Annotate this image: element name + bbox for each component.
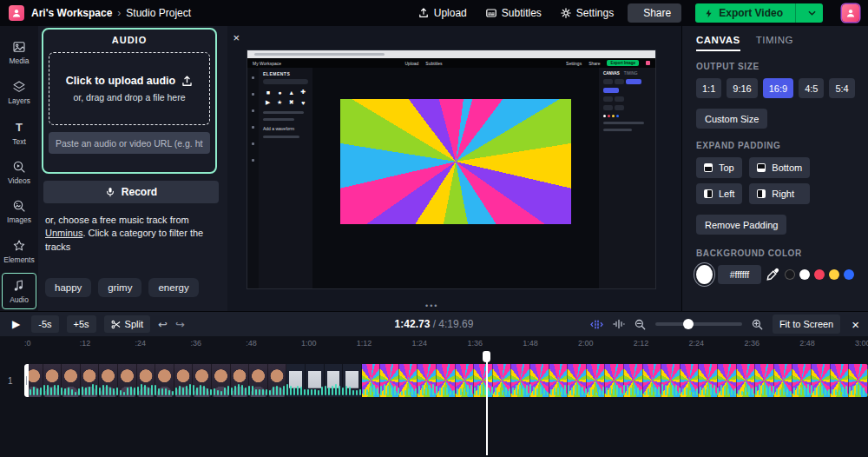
waveform-bar: [349, 387, 351, 395]
padding-left-button[interactable]: Left: [696, 183, 742, 204]
waveform-bar: [658, 387, 660, 395]
waveform-bar: [627, 385, 628, 395]
panel-resize-handle[interactable]: •••: [425, 301, 438, 310]
waveform-bar: [707, 387, 708, 395]
settings-button[interactable]: Settings: [561, 7, 614, 19]
video-track-clip[interactable]: [24, 364, 868, 397]
close-audio-panel-button[interactable]: ×: [233, 31, 240, 44]
close-timeline-button[interactable]: ×: [850, 317, 861, 332]
custom-size-button[interactable]: Custom Size: [696, 109, 767, 129]
shape-icon[interactable]: ★: [275, 98, 286, 107]
waveform-bar: [845, 386, 847, 395]
rewind-5s-button[interactable]: -5s: [31, 315, 58, 333]
waveform-bar: [68, 387, 69, 395]
upload-dropzone-title: Click to upload audio: [66, 75, 175, 87]
remove-padding-button[interactable]: Remove Padding: [696, 215, 786, 235]
waveform-bar: [644, 392, 646, 395]
undo-button[interactable]: ↩: [158, 318, 168, 331]
selected-color-swatch[interactable]: [696, 265, 713, 284]
topbar-actions: Upload Subtitles Settings Share Export V…: [418, 3, 859, 23]
preview-shape-grid: ■●▲✚▶★✖♥: [263, 88, 308, 107]
shape-icon[interactable]: ■: [263, 88, 273, 96]
play-button[interactable]: ▶: [9, 318, 23, 330]
chevron-down-icon[interactable]: [801, 10, 823, 16]
waveform-bar: [314, 389, 316, 395]
waveform-bar: [401, 391, 403, 396]
audio-tag-grimy[interactable]: grimy: [98, 278, 141, 297]
padding-top-button[interactable]: Top: [696, 157, 742, 178]
sidebar-item-images[interactable]: Images: [0, 192, 38, 232]
timeline-ruler[interactable]: :0:12:24:36:481:001:121:241:361:482:002:…: [0, 336, 868, 350]
ruler-label: 2:12: [634, 339, 649, 348]
color-swatch[interactable]: [785, 269, 795, 280]
sidebar-item-videos[interactable]: Videos: [0, 152, 38, 192]
forward-5s-button[interactable]: +5s: [67, 315, 96, 333]
ratio-4:5[interactable]: 4:5: [799, 78, 824, 98]
ratio-1:1[interactable]: 1:1: [696, 78, 721, 98]
record-button[interactable]: Record: [43, 181, 219, 203]
workspace-name[interactable]: Ari's Workspace: [31, 7, 112, 19]
sidebar-item-elements[interactable]: Elements: [0, 232, 38, 272]
sidebar-item-media[interactable]: Media: [0, 33, 38, 73]
shape-icon[interactable]: ▶: [263, 98, 273, 107]
snapping-toggle-icon[interactable]: [590, 320, 603, 329]
zoom-slider-knob[interactable]: [683, 319, 694, 329]
tab-timing[interactable]: TIMING: [756, 35, 793, 51]
zoom-in-icon[interactable]: [752, 319, 763, 330]
ratio-9:16[interactable]: 9:16: [727, 78, 757, 98]
waveform-bar: [651, 387, 653, 395]
user-avatar[interactable]: [842, 4, 859, 22]
audio-tag-energy[interactable]: energy: [148, 278, 198, 297]
shape-icon[interactable]: ✖: [286, 98, 297, 107]
waveform-bar: [852, 386, 854, 395]
shape-icon[interactable]: ●: [275, 88, 286, 96]
subtitles-button[interactable]: Subtitles: [486, 7, 542, 19]
playhead-handle[interactable]: [483, 351, 490, 362]
color-swatch[interactable]: [814, 269, 825, 280]
video-preview[interactable]: My Workspace Upload Subtitles Settings S…: [247, 50, 655, 288]
project-name[interactable]: Studio Project: [126, 7, 191, 19]
waveform-toggle-icon[interactable]: [613, 319, 625, 329]
preview-url-bar: [254, 53, 385, 56]
padding-bottom-button[interactable]: Bottom: [749, 157, 810, 178]
clip-trim-handle[interactable]: [24, 364, 29, 397]
ruler-label: 2:24: [689, 339, 705, 348]
export-video-button[interactable]: Export Video: [695, 3, 823, 23]
share-button[interactable]: Share: [628, 3, 681, 23]
preview-top-bar: My Workspace Upload Subtitles Settings S…: [247, 58, 655, 68]
tab-canvas[interactable]: CANVAS: [696, 35, 740, 51]
breadcrumb: Ari's Workspace › Studio Project: [31, 7, 191, 19]
color-swatch[interactable]: [799, 269, 810, 280]
audio-url-input[interactable]: [49, 132, 210, 154]
zoom-out-icon[interactable]: [635, 319, 646, 330]
padding-right-button[interactable]: Right: [749, 183, 810, 204]
waveform-bar: [783, 388, 785, 395]
workspace-logo[interactable]: [9, 5, 24, 21]
shape-icon[interactable]: ✚: [299, 88, 309, 96]
ratio-5:4[interactable]: 5:4: [829, 78, 854, 98]
sidebar-item-layers[interactable]: Layers: [0, 73, 38, 113]
shape-icon[interactable]: ♥: [299, 98, 309, 107]
eyedropper-icon[interactable]: [766, 268, 779, 281]
color-swatch[interactable]: [829, 269, 839, 280]
sidebar-item-audio[interactable]: Audio: [0, 271, 38, 311]
waveform-bar: [738, 390, 740, 395]
waveform-bar: [127, 387, 128, 395]
waveform-bar: [241, 385, 243, 395]
unminus-link[interactable]: Unminus: [45, 228, 82, 238]
audio-tag-happy[interactable]: happy: [45, 278, 91, 297]
sidebar-item-text[interactable]: TText: [0, 112, 38, 152]
zoom-slider[interactable]: [655, 322, 742, 326]
redo-button[interactable]: ↪: [175, 318, 185, 331]
ratio-16:9[interactable]: 16:9: [763, 78, 793, 98]
split-button[interactable]: Split: [104, 315, 150, 333]
upload-dropzone[interactable]: Click to upload audio or, drag and drop …: [49, 52, 210, 125]
waveform-bar: [116, 387, 118, 395]
upload-button[interactable]: Upload: [418, 7, 467, 19]
waveform-bar: [786, 389, 788, 395]
fit-to-screen-button[interactable]: Fit to Screen: [773, 315, 840, 334]
waveform-bar: [474, 387, 476, 396]
shape-icon[interactable]: ▲: [286, 88, 297, 96]
hex-color-input[interactable]: #ffffff: [718, 265, 761, 284]
color-swatch[interactable]: [844, 269, 854, 280]
